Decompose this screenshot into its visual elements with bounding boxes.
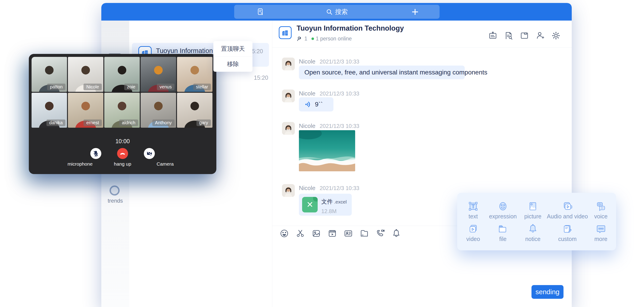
microphone-muted-button[interactable] bbox=[90, 148, 101, 159]
participant-tile: gary bbox=[177, 93, 212, 128]
panel-item-picture[interactable]: picture bbox=[520, 201, 546, 220]
video-panel-icon bbox=[468, 223, 479, 234]
chat-header: Tuoyun Information Technology 1 1 person… bbox=[272, 20, 572, 47]
participant-name-label: Nicole bbox=[84, 84, 102, 90]
participant-tile: zoie bbox=[104, 57, 140, 92]
panel-item-video[interactable]: video bbox=[460, 223, 486, 242]
text-icon bbox=[468, 201, 479, 212]
trends-icon[interactable] bbox=[110, 186, 120, 196]
message-time: 2021/12/3 10:33 bbox=[320, 123, 360, 129]
image-message[interactable] bbox=[299, 130, 355, 171]
panel-item-notice[interactable]: notice bbox=[520, 223, 546, 242]
picture-panel-icon bbox=[527, 201, 538, 212]
voice-wave-icon bbox=[305, 101, 312, 108]
beach-photo bbox=[299, 130, 355, 171]
conversation-context-menu: 置顶聊天 移除 bbox=[213, 41, 252, 72]
audio-video-call-icon[interactable] bbox=[375, 228, 385, 239]
menu-item-remove[interactable]: 移除 bbox=[213, 56, 252, 72]
voice-message-bubble[interactable]: 9`` bbox=[299, 97, 334, 111]
panel-item-more[interactable]: more bbox=[589, 223, 613, 242]
message-type-panel: text expression picture Audio and video bbox=[457, 193, 616, 250]
picture-icon[interactable] bbox=[311, 228, 321, 239]
participant-tile: venus bbox=[141, 57, 176, 92]
chat-header-avatar bbox=[279, 26, 292, 39]
file-message-bubble[interactable]: ✕ 文件.excel 12.8M bbox=[299, 194, 352, 216]
composer-toolbar bbox=[279, 228, 401, 239]
screenshot-scissors-icon[interactable] bbox=[295, 228, 305, 239]
participant-name-label: danika bbox=[46, 119, 66, 126]
audio-video-panel-icon bbox=[562, 201, 573, 212]
more-panel-icon bbox=[596, 223, 606, 234]
hang-up-label: hang up bbox=[101, 161, 144, 167]
chat-panel: Tuoyun Information Technology 1 1 person… bbox=[272, 20, 572, 307]
microphone-label: microphone bbox=[59, 161, 101, 167]
send-button[interactable]: sending bbox=[532, 285, 564, 299]
top-bar: 搜索 + bbox=[101, 3, 572, 20]
add-member-icon[interactable] bbox=[535, 31, 545, 41]
panel-item-text[interactable]: text bbox=[460, 201, 486, 220]
chat-title: Tuoyun Information Technology bbox=[296, 24, 404, 32]
video-call-overlay: patton Nicole zoie venus stellar danika … bbox=[29, 54, 216, 174]
participant-tile: Anthony bbox=[141, 93, 176, 128]
announcement-icon[interactable] bbox=[488, 31, 498, 41]
notice-panel-icon bbox=[527, 223, 538, 234]
online-status: 1 person online bbox=[316, 36, 352, 42]
panel-item-audio-video[interactable]: Audio and video bbox=[546, 201, 589, 220]
menu-item-pin-chat[interactable]: 置顶聊天 bbox=[213, 41, 252, 56]
custom-panel-icon bbox=[562, 223, 573, 234]
sender-name: Nicole bbox=[299, 122, 315, 129]
trends-label[interactable]: trends bbox=[101, 198, 129, 204]
file-x-glyph: ✕ bbox=[306, 201, 313, 209]
panel-item-custom[interactable]: custom bbox=[546, 223, 589, 242]
files-icon[interactable] bbox=[519, 31, 530, 41]
search-icon bbox=[326, 8, 333, 15]
excel-file-icon: ✕ bbox=[302, 197, 318, 212]
participant-name-label: gary bbox=[196, 119, 211, 126]
file-panel-icon bbox=[498, 223, 508, 234]
video-clapper-icon[interactable] bbox=[327, 228, 337, 239]
hang-up-button[interactable] bbox=[117, 148, 128, 159]
camera-off-button[interactable] bbox=[144, 148, 155, 159]
message-avatar[interactable] bbox=[282, 122, 295, 135]
add-icon[interactable]: + bbox=[412, 5, 418, 19]
message-meta: Nicole 2021/12/3 10:33 bbox=[299, 58, 359, 65]
online-dot bbox=[312, 37, 314, 40]
file-extension: .excel bbox=[334, 199, 347, 204]
notification-bell-icon[interactable] bbox=[391, 228, 401, 239]
expression-icon bbox=[498, 201, 508, 212]
call-control-labels: microphone hang up Camera bbox=[29, 161, 216, 167]
message-text: Open source, free, and universal instant… bbox=[304, 69, 487, 76]
search-bar[interactable]: 搜索 + bbox=[234, 5, 440, 19]
search-placeholder: 搜索 bbox=[335, 7, 348, 16]
emoji-icon[interactable] bbox=[279, 228, 289, 239]
panel-item-file[interactable]: file bbox=[486, 223, 520, 242]
folder-icon[interactable] bbox=[359, 228, 369, 239]
message-time: 2021/12/3 10:33 bbox=[320, 90, 360, 97]
voice-panel-icon bbox=[596, 201, 606, 212]
participant-tile: aldrich bbox=[104, 93, 140, 128]
participant-name-label: patton bbox=[47, 84, 66, 90]
contact-card-icon[interactable] bbox=[343, 228, 353, 239]
chat-header-actions bbox=[488, 31, 561, 41]
participant-name-label: Anthony bbox=[152, 119, 174, 126]
text-message-bubble[interactable]: Open source, free, and universal instant… bbox=[299, 65, 465, 79]
message-meta: Nicole 2021/12/3 10:33 bbox=[299, 122, 359, 129]
panel-item-voice[interactable]: voice bbox=[589, 201, 613, 220]
participant-name-label: ernest bbox=[84, 119, 102, 126]
camera-off-icon bbox=[146, 150, 152, 157]
sender-name: Nicole bbox=[299, 185, 315, 191]
participant-name-label: aldrich bbox=[119, 119, 138, 126]
participant-tile: patton bbox=[32, 57, 67, 92]
panel-item-expression[interactable]: expression bbox=[486, 201, 520, 220]
chat-history-search-icon[interactable] bbox=[504, 31, 514, 41]
chat-subtitle: 1 1 person online bbox=[296, 36, 352, 42]
participant-tile: Nicole bbox=[68, 57, 103, 92]
sender-name: Nicole bbox=[299, 90, 315, 97]
message-avatar[interactable] bbox=[282, 57, 295, 70]
settings-gear-icon[interactable] bbox=[551, 31, 561, 41]
member-count: 1 bbox=[304, 36, 307, 42]
search-center[interactable]: 搜索 bbox=[234, 5, 440, 19]
message-avatar[interactable] bbox=[282, 89, 295, 102]
message-avatar[interactable] bbox=[282, 184, 295, 197]
participant-name-label: zoie bbox=[124, 84, 138, 90]
